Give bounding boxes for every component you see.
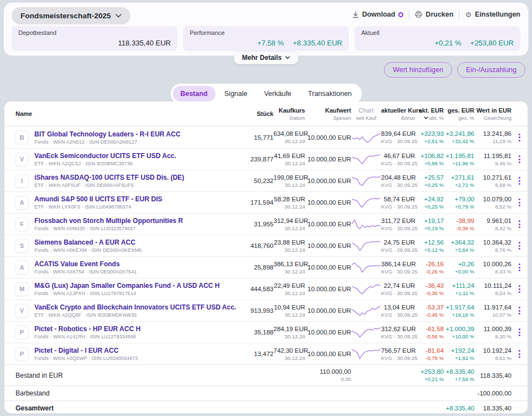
settings-button[interactable]: ⚙ Einstellungen: [465, 11, 520, 18]
fund-cell: AAmundi S&P 500 II UCITS ETF - EUR DISET…: [4, 195, 244, 210]
col-kaufkurs[interactable]: KaufkursDatum: [273, 107, 305, 121]
table-row[interactable]: FFlossbach von Storch Multiple Opportuni…: [4, 213, 528, 235]
deposit-withdraw-button[interactable]: Ein-/Auszahlung: [457, 62, 525, 78]
table-cell: -61,58-0,56 %: [415, 326, 444, 339]
table-cell: +111,24+1,11 %: [444, 282, 474, 296]
stat-label: Aktuell: [361, 29, 514, 36]
tabs: BestandSignaleVerkäufeTransaktionen: [170, 84, 362, 104]
tab-transaktionen[interactable]: Transaktionen: [300, 86, 359, 102]
fund-name-link[interactable]: VanEck Crypto and Blockchain Innovators …: [34, 303, 236, 311]
row-menu-button[interactable]: [511, 285, 528, 293]
table-cell: +192,24+1,92 %: [444, 347, 474, 361]
table-row[interactable]: MM&G (Lux) Japan Smaller Companies Fund …: [4, 278, 528, 300]
toolbar-divider: [409, 10, 409, 19]
footer-wert: 118.335,40: [474, 372, 511, 379]
row-menu-button[interactable]: [511, 199, 528, 206]
stat-aktuell: Aktuell +0,21 % +253,80 EUR: [354, 26, 520, 51]
table-cell: -38,99-0,39 %: [444, 217, 474, 231]
fund-name-link[interactable]: Pictet - Robotics - HP EUR ACC H: [34, 325, 140, 333]
download-button[interactable]: Download: [352, 11, 404, 18]
fund-name-link[interactable]: ACATIS Value Event Fonds: [34, 260, 136, 268]
table-cell: -36,43-0,36 %: [415, 282, 444, 296]
portfolio-selector[interactable]: Fondsmeisterschaft-2025: [12, 7, 130, 24]
col-stueck[interactable]: Stück: [244, 110, 273, 117]
row-menu-button[interactable]: [511, 350, 528, 358]
fund-badge: P: [16, 326, 28, 339]
row-menu-button[interactable]: [511, 220, 528, 228]
col-akt-eur[interactable]: akt. EURakt. %: [415, 107, 444, 121]
table-cell: 199,08 EUR30.12.24: [273, 174, 305, 188]
aktuell-percent: +0,21 %: [435, 39, 462, 47]
table-row[interactable]: SSiemens Balanced - A EUR ACCFonds · WKN…: [4, 235, 528, 256]
fund-badge: A: [16, 196, 28, 209]
gesamtwert-ges-eur: +8.335,40: [444, 405, 474, 412]
table-row[interactable]: PPictet - Digital - I EUR ACCFonds · WKN…: [4, 343, 528, 364]
tab-signale[interactable]: Signale: [216, 86, 255, 102]
portfolio-summary-card: Fondsmeisterschaft-2025 Download Drucken…: [3, 2, 529, 56]
fund-name-link[interactable]: Flossbach von Storch Multiple Opportunit…: [34, 217, 183, 225]
fund-name-link[interactable]: BIT Global Technology Leaders - R-I EUR …: [34, 130, 180, 138]
col-ges-eur[interactable]: ges. EURges. %: [444, 107, 474, 121]
row-menu-button[interactable]: [511, 263, 528, 271]
table-cell: 10.000,268,43 %: [474, 261, 511, 275]
sparkline-chart: [351, 282, 381, 296]
fund-badge: V: [16, 305, 28, 317]
col-aktueller-kurs[interactable]: aktueller KursBörse: [381, 107, 415, 121]
fund-name-link[interactable]: Siemens Balanced - A EUR ACC: [34, 239, 141, 246]
fund-cell: IiShares NASDAQ-100 UCITS ETF USD Dis. (…: [4, 174, 244, 188]
depotbestand-value: 118.335,40 EUR: [118, 39, 171, 47]
table-row[interactable]: AACATIS Value Event FondsFonds · WKN A0X…: [4, 256, 528, 278]
more-details-button[interactable]: Mehr Details: [234, 51, 298, 64]
table-row[interactable]: VVanEck Crypto and Blockchain Innovators…: [4, 300, 528, 321]
add-value-button[interactable]: Wert hinzufügen: [384, 62, 452, 78]
col-wert[interactable]: Wert in EURGewichtung: [474, 107, 511, 121]
table-row[interactable]: VVanEck Semiconductor UCITS ETF USD Acc.…: [4, 148, 528, 170]
table-cell: 311,72 EURKVG · 30.09.25: [381, 217, 415, 231]
stat-label: Performance: [190, 29, 342, 36]
table-row[interactable]: IiShares NASDAQ-100 UCITS ETF USD Dis. (…: [4, 170, 528, 191]
col-kaufwert[interactable]: KaufwertSpesen: [305, 107, 351, 121]
fund-name-link[interactable]: VanEck Semiconductor UCITS ETF USD Acc.: [34, 152, 176, 160]
table-cell: +3.241,86+32,42 %: [444, 130, 474, 144]
print-button[interactable]: Drucken: [415, 11, 453, 18]
fund-meta: Fonds · WKN A0X754 · ISIN DE000A0X7541: [34, 269, 136, 275]
row-menu-button[interactable]: [511, 134, 528, 141]
fund-name-link[interactable]: Amundi S&P 500 II UCITS ETF - EUR DIS: [34, 195, 162, 203]
table-cell: 24,75 EURKVG · 29.09.25: [381, 239, 415, 253]
fund-name-link[interactable]: iShares NASDAQ-100 UCITS ETF USD Dis. (D…: [34, 174, 184, 181]
sparkline-chart: [351, 174, 381, 187]
row-menu-button[interactable]: [511, 242, 528, 250]
table-cell: 839,64 EURKVG · 30.09.25: [381, 130, 415, 144]
table-row[interactable]: BBIT Global Technology Leaders - R-I EUR…: [4, 126, 528, 148]
table-cell: 35,188: [244, 329, 273, 336]
row-menu-button[interactable]: [511, 328, 528, 336]
print-label: Drucken: [425, 11, 453, 18]
row-menu-button[interactable]: [511, 155, 528, 163]
table-row[interactable]: AAmundi S&P 500 II UCITS ETF - EUR DISET…: [4, 191, 528, 213]
table-row[interactable]: PPictet - Robotics - HP EUR ACC HFonds ·…: [4, 321, 528, 343]
fund-name-link[interactable]: M&G (Lux) Japan Smaller Companies Fund -…: [34, 282, 220, 290]
more-details-label: Mehr Details: [242, 54, 281, 62]
sparkline-chart: [351, 239, 381, 252]
row-menu-button[interactable]: [511, 177, 528, 185]
table-cell: 22,49 EUR30.12.24: [273, 282, 305, 296]
fund-cell: VVanEck Crypto and Blockchain Innovators…: [4, 303, 244, 318]
col-chart[interactable]: Chartseit Kauf: [351, 107, 381, 121]
header-toolbar: Download Drucken ⚙ Einstellungen: [352, 10, 520, 19]
row-menu-button[interactable]: [511, 307, 528, 314]
table-cell: 10.000,00 EUR: [305, 199, 351, 206]
sparkline-chart: [351, 217, 381, 231]
fund-name-link[interactable]: Pictet - Digital - I EUR ACC: [34, 347, 138, 354]
table-cell: 10.192,248,61 %: [474, 347, 511, 361]
table-cell: 15,771: [244, 134, 273, 141]
table-cell: 418,760: [244, 242, 273, 249]
footer-barbestand-row: Barbestand -100.000,00: [4, 385, 528, 400]
col-name[interactable]: Name: [4, 110, 244, 117]
tab-bestand[interactable]: Bestand: [173, 86, 215, 102]
performance-value: +8.335,40 EUR: [293, 39, 342, 47]
gear-icon: ⚙: [465, 11, 472, 18]
table-cell: 10,94 EUR30.12.24: [273, 304, 305, 318]
table-cell: +1.195,81+11,96 %: [444, 153, 474, 166]
sparkline-chart: [351, 261, 381, 274]
tab-verkäufe[interactable]: Verkäufe: [256, 86, 299, 102]
